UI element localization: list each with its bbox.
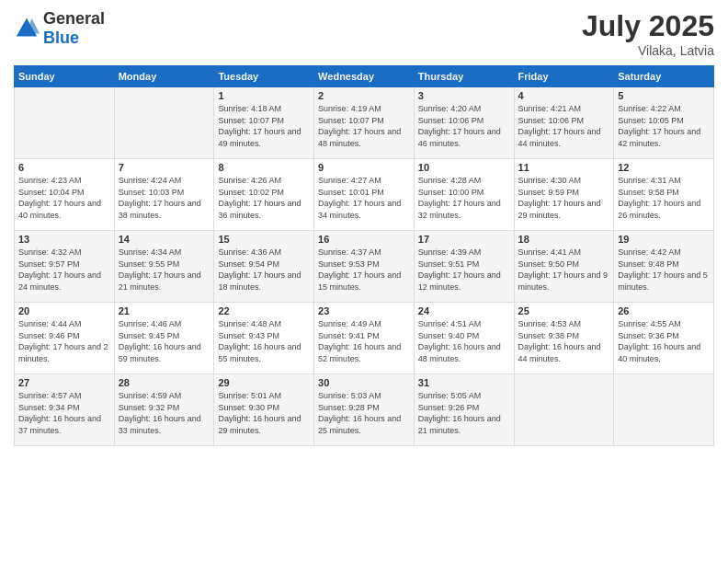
calendar-week-5: 27Sunrise: 4:57 AM Sunset: 9:34 PM Dayli… bbox=[15, 374, 714, 446]
calendar-cell: 24Sunrise: 4:51 AM Sunset: 9:40 PM Dayli… bbox=[414, 303, 514, 374]
day-info: Sunrise: 5:01 AM Sunset: 9:30 PM Dayligh… bbox=[218, 390, 310, 436]
calendar-cell: 22Sunrise: 4:48 AM Sunset: 9:43 PM Dayli… bbox=[214, 303, 314, 374]
day-info: Sunrise: 4:41 AM Sunset: 9:50 PM Dayligh… bbox=[518, 247, 610, 293]
title-block: July 2025 Vilaka, Latvia bbox=[582, 9, 714, 58]
day-info: Sunrise: 4:20 AM Sunset: 10:06 PM Daylig… bbox=[418, 103, 510, 149]
calendar-cell: 15Sunrise: 4:36 AM Sunset: 9:54 PM Dayli… bbox=[214, 231, 314, 303]
calendar-cell: 5Sunrise: 4:22 AM Sunset: 10:05 PM Dayli… bbox=[614, 87, 714, 159]
day-info: Sunrise: 4:31 AM Sunset: 9:58 PM Dayligh… bbox=[618, 175, 710, 221]
day-info: Sunrise: 4:24 AM Sunset: 10:03 PM Daylig… bbox=[119, 175, 210, 221]
day-number: 2 bbox=[318, 90, 410, 101]
day-number: 27 bbox=[18, 377, 110, 388]
col-saturday: Saturday bbox=[614, 66, 714, 87]
calendar-cell: 9Sunrise: 4:27 AM Sunset: 10:01 PM Dayli… bbox=[314, 159, 415, 231]
day-info: Sunrise: 4:59 AM Sunset: 9:32 PM Dayligh… bbox=[119, 390, 210, 436]
calendar-cell: 29Sunrise: 5:01 AM Sunset: 9:30 PM Dayli… bbox=[214, 374, 314, 446]
day-info: Sunrise: 4:48 AM Sunset: 9:43 PM Dayligh… bbox=[218, 318, 310, 364]
day-number: 14 bbox=[119, 234, 210, 245]
calendar-cell: 18Sunrise: 4:41 AM Sunset: 9:50 PM Dayli… bbox=[514, 231, 614, 303]
day-number: 8 bbox=[218, 162, 310, 173]
location-subtitle: Vilaka, Latvia bbox=[582, 43, 714, 58]
calendar-cell: 20Sunrise: 4:44 AM Sunset: 9:46 PM Dayli… bbox=[15, 303, 115, 374]
day-number: 31 bbox=[418, 377, 510, 388]
day-number: 1 bbox=[218, 90, 310, 101]
calendar-cell bbox=[614, 374, 714, 446]
day-number: 10 bbox=[418, 162, 510, 173]
day-info: Sunrise: 5:03 AM Sunset: 9:28 PM Dayligh… bbox=[318, 390, 410, 436]
calendar-cell: 16Sunrise: 4:37 AM Sunset: 9:53 PM Dayli… bbox=[314, 231, 415, 303]
day-info: Sunrise: 4:32 AM Sunset: 9:57 PM Dayligh… bbox=[18, 247, 110, 293]
calendar-cell: 27Sunrise: 4:57 AM Sunset: 9:34 PM Dayli… bbox=[15, 374, 115, 446]
day-number: 28 bbox=[119, 377, 210, 388]
day-info: Sunrise: 4:18 AM Sunset: 10:07 PM Daylig… bbox=[218, 103, 310, 149]
col-wednesday: Wednesday bbox=[314, 66, 415, 87]
day-info: Sunrise: 4:22 AM Sunset: 10:05 PM Daylig… bbox=[618, 103, 710, 149]
col-monday: Monday bbox=[114, 66, 214, 87]
day-number: 15 bbox=[218, 234, 310, 245]
calendar-cell: 6Sunrise: 4:23 AM Sunset: 10:04 PM Dayli… bbox=[15, 159, 115, 231]
calendar-cell: 3Sunrise: 4:20 AM Sunset: 10:06 PM Dayli… bbox=[414, 87, 514, 159]
day-number: 25 bbox=[518, 305, 610, 316]
calendar-table: Sunday Monday Tuesday Wednesday Thursday… bbox=[14, 65, 714, 446]
calendar-cell: 25Sunrise: 4:53 AM Sunset: 9:38 PM Dayli… bbox=[514, 303, 614, 374]
day-number: 24 bbox=[418, 305, 510, 316]
calendar-week-2: 6Sunrise: 4:23 AM Sunset: 10:04 PM Dayli… bbox=[15, 159, 714, 231]
month-title: July 2025 bbox=[582, 9, 714, 43]
day-info: Sunrise: 4:44 AM Sunset: 9:46 PM Dayligh… bbox=[18, 318, 110, 364]
calendar-cell: 14Sunrise: 4:34 AM Sunset: 9:55 PM Dayli… bbox=[114, 231, 214, 303]
calendar-cell: 19Sunrise: 4:42 AM Sunset: 9:48 PM Dayli… bbox=[614, 231, 714, 303]
day-info: Sunrise: 4:30 AM Sunset: 9:59 PM Dayligh… bbox=[518, 175, 610, 221]
day-number: 29 bbox=[218, 377, 310, 388]
day-number: 13 bbox=[18, 234, 110, 245]
day-number: 7 bbox=[119, 162, 210, 173]
day-number: 18 bbox=[518, 234, 610, 245]
calendar-cell bbox=[114, 87, 214, 159]
day-info: Sunrise: 4:42 AM Sunset: 9:48 PM Dayligh… bbox=[618, 247, 710, 293]
day-info: Sunrise: 4:23 AM Sunset: 10:04 PM Daylig… bbox=[18, 175, 110, 221]
calendar-cell: 12Sunrise: 4:31 AM Sunset: 9:58 PM Dayli… bbox=[614, 159, 714, 231]
day-info: Sunrise: 5:05 AM Sunset: 9:26 PM Dayligh… bbox=[418, 390, 510, 436]
col-friday: Friday bbox=[514, 66, 614, 87]
calendar-cell: 23Sunrise: 4:49 AM Sunset: 9:41 PM Dayli… bbox=[314, 303, 415, 374]
calendar-cell: 4Sunrise: 4:21 AM Sunset: 10:06 PM Dayli… bbox=[514, 87, 614, 159]
day-number: 12 bbox=[618, 162, 710, 173]
calendar-cell: 11Sunrise: 4:30 AM Sunset: 9:59 PM Dayli… bbox=[514, 159, 614, 231]
calendar-cell: 1Sunrise: 4:18 AM Sunset: 10:07 PM Dayli… bbox=[214, 87, 314, 159]
calendar-cell: 28Sunrise: 4:59 AM Sunset: 9:32 PM Dayli… bbox=[114, 374, 214, 446]
calendar-cell bbox=[514, 374, 614, 446]
day-info: Sunrise: 4:21 AM Sunset: 10:06 PM Daylig… bbox=[518, 103, 610, 149]
day-number: 22 bbox=[218, 305, 310, 316]
calendar-cell: 13Sunrise: 4:32 AM Sunset: 9:57 PM Dayli… bbox=[15, 231, 115, 303]
col-tuesday: Tuesday bbox=[214, 66, 314, 87]
day-info: Sunrise: 4:49 AM Sunset: 9:41 PM Dayligh… bbox=[318, 318, 410, 364]
logo: General Blue bbox=[14, 9, 105, 48]
logo-icon bbox=[14, 16, 40, 41]
calendar-cell: 2Sunrise: 4:19 AM Sunset: 10:07 PM Dayli… bbox=[314, 87, 415, 159]
day-info: Sunrise: 4:51 AM Sunset: 9:40 PM Dayligh… bbox=[418, 318, 510, 364]
day-number: 26 bbox=[618, 305, 710, 316]
calendar-cell: 17Sunrise: 4:39 AM Sunset: 9:51 PM Dayli… bbox=[414, 231, 514, 303]
calendar-cell: 10Sunrise: 4:28 AM Sunset: 10:00 PM Dayl… bbox=[414, 159, 514, 231]
day-number: 6 bbox=[18, 162, 110, 173]
day-info: Sunrise: 4:27 AM Sunset: 10:01 PM Daylig… bbox=[318, 175, 410, 221]
day-number: 20 bbox=[18, 305, 110, 316]
day-number: 9 bbox=[318, 162, 410, 173]
calendar-week-3: 13Sunrise: 4:32 AM Sunset: 9:57 PM Dayli… bbox=[15, 231, 714, 303]
day-info: Sunrise: 4:34 AM Sunset: 9:55 PM Dayligh… bbox=[119, 247, 210, 293]
day-info: Sunrise: 4:19 AM Sunset: 10:07 PM Daylig… bbox=[318, 103, 410, 149]
day-info: Sunrise: 4:57 AM Sunset: 9:34 PM Dayligh… bbox=[18, 390, 110, 436]
logo-general: General Blue bbox=[43, 9, 105, 48]
day-info: Sunrise: 4:39 AM Sunset: 9:51 PM Dayligh… bbox=[418, 247, 510, 293]
col-thursday: Thursday bbox=[414, 66, 514, 87]
day-number: 11 bbox=[518, 162, 610, 173]
day-number: 23 bbox=[318, 305, 410, 316]
day-number: 4 bbox=[518, 90, 610, 101]
day-number: 17 bbox=[418, 234, 510, 245]
calendar-cell: 26Sunrise: 4:55 AM Sunset: 9:36 PM Dayli… bbox=[614, 303, 714, 374]
day-number: 5 bbox=[618, 90, 710, 101]
header-row: Sunday Monday Tuesday Wednesday Thursday… bbox=[15, 66, 714, 87]
col-sunday: Sunday bbox=[15, 66, 115, 87]
day-number: 16 bbox=[318, 234, 410, 245]
day-info: Sunrise: 4:37 AM Sunset: 9:53 PM Dayligh… bbox=[318, 247, 410, 293]
calendar-cell: 8Sunrise: 4:26 AM Sunset: 10:02 PM Dayli… bbox=[214, 159, 314, 231]
